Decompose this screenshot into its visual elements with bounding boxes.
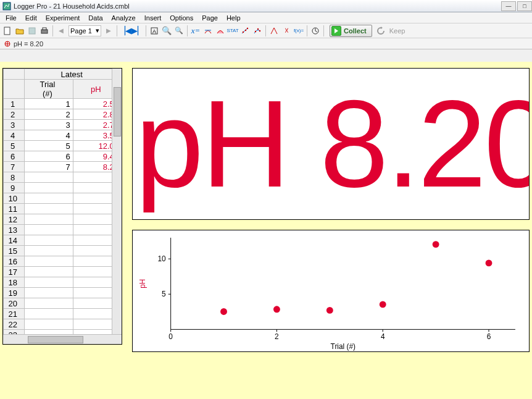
curve-fit-icon[interactable] xyxy=(251,25,264,37)
data-table[interactable]: Latest Trial(#)pH112.53222.85332.71443.5… xyxy=(2,68,122,345)
row-number[interactable]: 18 xyxy=(4,277,25,288)
graph[interactable]: 5100246Trial (#)pH xyxy=(132,230,530,352)
maximize-button[interactable]: □ xyxy=(517,1,532,11)
graph-canvas[interactable]: 5100246Trial (#)pH xyxy=(133,230,529,351)
cell-trial[interactable]: 3 xyxy=(25,120,73,130)
cell-trial[interactable] xyxy=(25,267,73,277)
row-number[interactable]: 9 xyxy=(4,183,25,193)
menu-file[interactable]: File xyxy=(1,13,21,23)
cell-trial[interactable] xyxy=(25,246,73,256)
prev-page-icon[interactable]: ◄ xyxy=(55,25,67,37)
row-number[interactable]: 1 xyxy=(4,99,25,109)
row-number[interactable]: 17 xyxy=(4,267,25,277)
collect-button[interactable]: Collect xyxy=(330,25,372,37)
open-file-icon[interactable] xyxy=(14,25,26,37)
save-icon[interactable] xyxy=(26,25,38,37)
data-point[interactable] xyxy=(380,301,386,308)
cell-trial[interactable] xyxy=(25,288,73,298)
row-number[interactable]: 2 xyxy=(4,109,25,120)
row-number[interactable]: 19 xyxy=(4,288,25,298)
cell-trial[interactable] xyxy=(25,172,73,183)
cell-trial[interactable]: 1 xyxy=(25,99,73,109)
tangent-icon[interactable] xyxy=(202,25,214,37)
next-page-icon[interactable]: ► xyxy=(102,25,115,37)
page-selector[interactable]: Page 1 ▾ xyxy=(69,25,101,36)
x-axis-label[interactable]: Trial (#) xyxy=(331,342,355,351)
row-number[interactable]: 7 xyxy=(4,162,25,172)
model-icon[interactable] xyxy=(268,25,280,37)
menu-analyze[interactable]: Analyze xyxy=(107,13,140,23)
row-number[interactable]: 8 xyxy=(4,172,25,183)
menu-insert[interactable]: Insert xyxy=(140,13,166,23)
zoom-in-icon[interactable]: 🔍 xyxy=(160,25,173,37)
data-point[interactable] xyxy=(486,259,493,266)
row-number[interactable]: 6 xyxy=(4,151,25,162)
row-number[interactable]: 16 xyxy=(4,256,25,267)
menu-data[interactable]: Data xyxy=(84,13,107,23)
row-number[interactable]: 3 xyxy=(4,120,25,130)
cell-trial[interactable]: 6 xyxy=(25,151,73,162)
menu-help[interactable]: Help xyxy=(222,13,245,23)
cell-trial[interactable] xyxy=(25,183,73,193)
cell-trial[interactable] xyxy=(25,193,73,204)
cell-trial[interactable] xyxy=(25,309,73,319)
data-point[interactable] xyxy=(273,306,280,313)
print-icon[interactable] xyxy=(38,25,51,37)
menu-edit[interactable]: Edit xyxy=(21,13,41,23)
skip-back-icon[interactable]: ▕◀ xyxy=(119,25,131,37)
data-collection-icon[interactable] xyxy=(309,25,322,37)
row-number[interactable]: 22 xyxy=(4,319,25,330)
menu-page[interactable]: Page xyxy=(197,13,222,23)
sync-button[interactable] xyxy=(376,26,386,36)
autoscale-icon[interactable]: A xyxy=(148,25,160,37)
cell-trial[interactable] xyxy=(25,225,73,235)
keep-button[interactable]: Keep xyxy=(389,27,405,35)
cell-trial[interactable] xyxy=(25,319,73,330)
row-number[interactable]: 11 xyxy=(4,204,25,214)
data-table-grid[interactable]: Latest Trial(#)pH112.53222.85332.71443.5… xyxy=(3,69,122,340)
row-number[interactable]: 12 xyxy=(4,214,25,225)
digital-readout[interactable]: pH 8.20 xyxy=(132,68,530,220)
data-point[interactable] xyxy=(433,241,439,248)
table-title[interactable]: Latest xyxy=(25,69,122,80)
menu-experiment[interactable]: Experiment xyxy=(41,13,85,23)
cell-trial[interactable]: 7 xyxy=(25,162,73,172)
cell-trial[interactable]: 2 xyxy=(25,109,73,120)
row-number[interactable]: 5 xyxy=(4,141,25,151)
examine-icon[interactable]: x= xyxy=(189,25,202,37)
column-header-trial[interactable]: Trial(#) xyxy=(25,80,73,99)
restore-icon[interactable]: f(x)= xyxy=(293,25,305,37)
collect-label: Collect xyxy=(344,27,367,35)
cell-trial[interactable] xyxy=(25,235,73,246)
integral-icon[interactable] xyxy=(214,25,227,37)
cell-trial[interactable] xyxy=(25,256,73,267)
table-scrollbar-vertical[interactable] xyxy=(112,69,122,344)
zoom-out-icon[interactable]: 🔍 xyxy=(173,25,185,37)
strike-icon[interactable]: ☓ xyxy=(280,25,293,37)
table-scrollbar-horizontal[interactable] xyxy=(3,334,122,344)
cell-trial[interactable] xyxy=(25,277,73,288)
menu-options[interactable]: Options xyxy=(165,13,197,23)
row-number[interactable]: 10 xyxy=(4,193,25,204)
row-number[interactable]: 20 xyxy=(4,298,25,309)
cell-trial[interactable]: 5 xyxy=(25,141,73,151)
status-reading[interactable]: pH = 8.20 xyxy=(14,40,43,48)
cell-trial[interactable] xyxy=(25,214,73,225)
row-number[interactable]: 15 xyxy=(4,246,25,256)
linear-fit-icon[interactable] xyxy=(239,25,251,37)
skip-fwd-icon[interactable]: ▶▏ xyxy=(131,25,144,37)
row-number[interactable]: 4 xyxy=(4,130,25,141)
cell-trial[interactable] xyxy=(25,298,73,309)
minimize-button[interactable]: — xyxy=(501,1,516,11)
stats-icon[interactable]: STAT xyxy=(227,25,239,37)
row-number[interactable]: 14 xyxy=(4,235,25,246)
data-point[interactable] xyxy=(220,308,227,315)
y-axis-label[interactable]: pH xyxy=(138,279,147,288)
cell-trial[interactable]: 4 xyxy=(25,130,73,141)
row-number[interactable]: 13 xyxy=(4,225,25,235)
x-tick-label: 2 xyxy=(275,332,279,341)
data-point[interactable] xyxy=(326,307,333,314)
row-number[interactable]: 21 xyxy=(4,309,25,319)
new-file-icon[interactable] xyxy=(1,25,14,37)
cell-trial[interactable] xyxy=(25,204,73,214)
